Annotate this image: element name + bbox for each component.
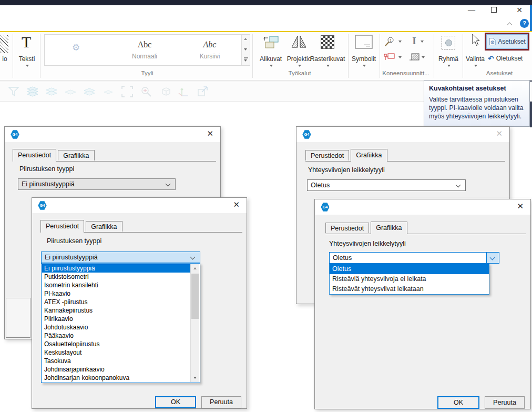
gallery-scroll-up-icon[interactable] bbox=[244, 38, 247, 40]
list-item[interactable]: Ei piirustustyyppiä bbox=[42, 264, 190, 273]
close-icon[interactable]: ✕ bbox=[517, 202, 524, 211]
plane-icon[interactable] bbox=[102, 85, 115, 98]
style-italic-label: Kursiivi bbox=[183, 53, 236, 60]
list-item[interactable]: Kannakepiirustus bbox=[42, 306, 190, 315]
tab-grafiikka[interactable]: Grafiikka bbox=[371, 222, 407, 234]
filter-icon[interactable] bbox=[7, 85, 20, 98]
defaults-button[interactable]: ↶ Oletukset bbox=[488, 53, 532, 64]
mech-tag-button[interactable]: 1 bbox=[384, 36, 397, 47]
cut-style-combobox[interactable]: Oletus bbox=[307, 179, 466, 191]
layers-alt-icon[interactable] bbox=[45, 85, 58, 98]
dropdown-arrow-icon[interactable] bbox=[422, 56, 425, 58]
app-icon: G4 bbox=[11, 130, 19, 139]
axes-icon[interactable] bbox=[178, 85, 190, 98]
tab-grafiikka[interactable]: Grafiikka bbox=[58, 150, 94, 160]
beam-button[interactable]: I bbox=[409, 35, 420, 47]
list-item[interactable]: Tasokuva bbox=[42, 357, 190, 365]
mech-hatch-button[interactable] bbox=[409, 52, 421, 63]
style-italic[interactable]: Abc Kursiivi bbox=[183, 40, 236, 60]
svg-text:⚙: ⚙ bbox=[490, 39, 495, 45]
drawing-type-combobox[interactable]: Ei piirustustyyppiä bbox=[41, 252, 200, 263]
tab-perustiedot[interactable]: Perustiedot bbox=[305, 150, 349, 160]
list-item[interactable]: Keskuslayout bbox=[42, 348, 190, 357]
ribbon: io T Teksti ⚙ Abc Normaali Abc Kursiivi … bbox=[0, 32, 532, 81]
magnifier-1-icon: 1 bbox=[384, 36, 395, 47]
dialog-titlebar[interactable]: G4 ✕ bbox=[32, 198, 247, 213]
dialog-titlebar[interactable]: G4 ✕ bbox=[5, 127, 220, 142]
layer-flat-icon[interactable] bbox=[64, 85, 77, 98]
style-normal[interactable]: Abc Normaali bbox=[118, 40, 171, 60]
list-item[interactable]: Osaluettelopiirustus bbox=[42, 340, 190, 348]
minimize-button[interactable]: — bbox=[465, 5, 478, 15]
dialog-titlebar[interactable]: G4 ✕ bbox=[296, 127, 509, 142]
combobox-dropdown-button[interactable] bbox=[486, 252, 499, 264]
clipped-button-label[interactable]: io bbox=[0, 55, 9, 63]
scroll-up-icon[interactable] bbox=[191, 264, 199, 273]
style-gallery[interactable]: ⚙ Abc Normaali Abc Kursiivi bbox=[44, 34, 250, 66]
list-item[interactable]: Johdotuskaavio bbox=[42, 323, 190, 331]
chevron-down-icon bbox=[456, 183, 461, 188]
list-scrollbar[interactable] bbox=[190, 264, 199, 382]
gallery-scroll-down-icon[interactable] bbox=[244, 48, 247, 51]
text-button[interactable]: T Teksti bbox=[15, 32, 39, 77]
list-item[interactable]: Putkistoisometri bbox=[42, 273, 190, 281]
gear-icon[interactable]: ⚙ bbox=[72, 42, 80, 53]
collapse-ribbon-icon[interactable] bbox=[508, 22, 513, 27]
close-icon[interactable]: ✕ bbox=[207, 129, 213, 138]
hatch-component-icon bbox=[409, 52, 421, 62]
dialog-titlebar[interactable]: G4 ✕ bbox=[315, 199, 530, 215]
mech-component-button[interactable] bbox=[384, 52, 397, 63]
close-icon[interactable]: ✕ bbox=[233, 200, 240, 209]
combobox-value: Ei piirustustyyppiä bbox=[22, 180, 75, 188]
list-item[interactable]: Risteäviä yhteysviivoja ei leikata bbox=[330, 274, 489, 284]
list-item[interactable]: PI-kaavio bbox=[42, 289, 190, 298]
field-label: Piirustuksen tyyppi bbox=[47, 237, 101, 245]
tab-perustiedot[interactable]: Perustiedot bbox=[13, 149, 56, 162]
ok-button[interactable]: OK bbox=[437, 396, 479, 409]
zoom-in-icon[interactable] bbox=[140, 85, 152, 98]
symbols-button[interactable]: Symbolit bbox=[349, 32, 378, 77]
tab-bar: Perustiedot Grafiikka bbox=[40, 220, 124, 233]
list-item[interactable]: Risteävät yhteysviivat leikataan bbox=[330, 284, 489, 294]
dropdown-arrow-icon bbox=[270, 65, 273, 67]
help-icon[interactable]: ? bbox=[520, 19, 529, 28]
layers-thin-icon[interactable] bbox=[83, 85, 96, 98]
hatch-icon[interactable] bbox=[0, 35, 8, 53]
cancel-button[interactable]: Peruuta bbox=[201, 396, 241, 408]
scroll-down-icon[interactable] bbox=[191, 374, 199, 382]
tab-grafiikka[interactable]: Grafiikka bbox=[86, 221, 122, 232]
drawing-type-combobox[interactable]: Ei piirustustyyppiä bbox=[18, 178, 176, 190]
dropdown-arrow-icon[interactable] bbox=[398, 56, 402, 58]
tab-page-border bbox=[325, 234, 526, 234]
list-item[interactable]: Oletus bbox=[330, 264, 489, 274]
combobox-value: Oletus bbox=[333, 254, 352, 262]
zoom-extents-icon[interactable] bbox=[121, 85, 134, 98]
settings-button[interactable]: ⚙ Asetukset bbox=[485, 33, 529, 51]
defaults-label: Oletukset bbox=[496, 55, 523, 62]
occluded-panel bbox=[6, 298, 30, 338]
close-button[interactable]: ✕ bbox=[513, 5, 526, 15]
list-item[interactable]: Piirikaavio bbox=[42, 315, 190, 323]
tab-grafiikka[interactable]: Grafiikka bbox=[351, 149, 387, 162]
gallery-scrollbar[interactable] bbox=[241, 35, 250, 65]
group-tool-button[interactable]: Ryhmä bbox=[435, 32, 462, 77]
gallery-more-icon[interactable] bbox=[244, 59, 247, 62]
dropdown-arrow-icon[interactable] bbox=[421, 41, 424, 43]
export-view-icon[interactable] bbox=[197, 85, 209, 98]
list-item[interactable]: ATEX -piirustus bbox=[42, 298, 190, 306]
close-icon[interactable]: ✕ bbox=[496, 129, 503, 138]
tab-perustiedot[interactable]: Perustiedot bbox=[40, 220, 84, 233]
ok-button[interactable]: OK bbox=[155, 396, 196, 408]
dropdown-arrow-icon[interactable] bbox=[398, 41, 402, 43]
cancel-button[interactable]: Peruuta bbox=[485, 396, 525, 409]
scroll-thumb[interactable] bbox=[191, 274, 199, 319]
list-item[interactable]: Johdinsarjan kokoonpanokuva bbox=[42, 374, 190, 382]
maximize-button[interactable] bbox=[491, 7, 497, 13]
list-item[interactable]: Johdinsarjapiirikaavio bbox=[42, 365, 190, 374]
tab-perustiedot[interactable]: Perustiedot bbox=[325, 223, 369, 233]
list-item[interactable]: Pääkaavio bbox=[42, 331, 190, 340]
cut-style-combobox[interactable]: Oletus bbox=[329, 252, 487, 264]
list-item[interactable]: Isometrin kansilehti bbox=[42, 281, 190, 289]
cube-icon[interactable] bbox=[159, 85, 171, 98]
layers-icon[interactable] bbox=[26, 85, 39, 98]
